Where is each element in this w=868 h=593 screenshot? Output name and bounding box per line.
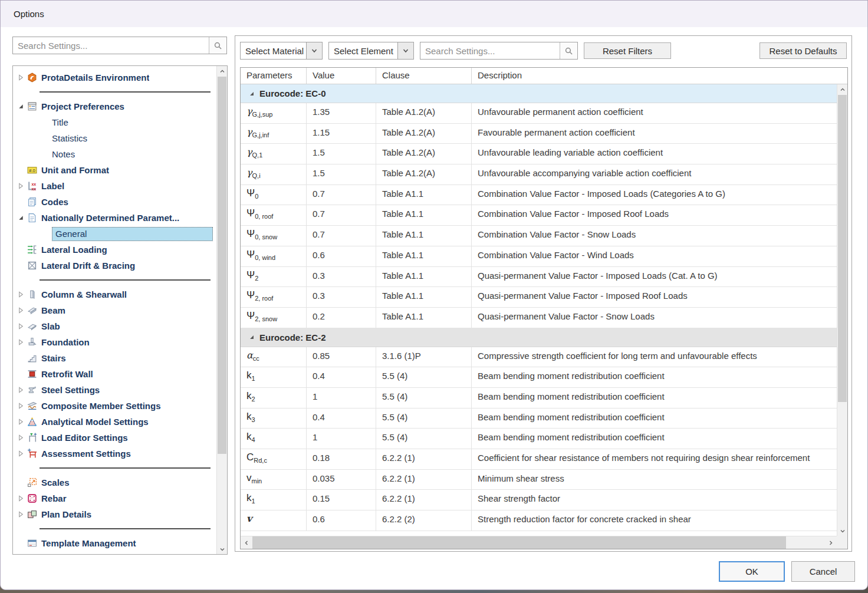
chevron-down-icon[interactable] bbox=[306, 42, 322, 59]
expand-arrow-icon[interactable] bbox=[18, 323, 27, 330]
parameter-row-0[interactable]: Ψ00.7Table A1.1Combination Value Factor … bbox=[241, 185, 837, 206]
parameter-value-cell[interactable]: 0.7 bbox=[307, 226, 376, 246]
parameter-value-cell[interactable]: 0.3 bbox=[307, 267, 376, 287]
scroll-up-icon[interactable] bbox=[217, 66, 227, 76]
grid-vscroll-thumb[interactable] bbox=[838, 95, 847, 402]
scroll-up-icon[interactable] bbox=[837, 84, 847, 94]
parameter-value-cell[interactable]: 0.4 bbox=[307, 367, 376, 387]
expand-arrow-icon[interactable] bbox=[18, 495, 27, 502]
sidebar-item-project-preferences[interactable]: Project Preferences bbox=[13, 98, 216, 114]
sidebar-item-foundation[interactable]: Foundation bbox=[13, 334, 216, 350]
sidebar-item-general[interactable]: General bbox=[13, 226, 216, 242]
tree-scroll-thumb[interactable] bbox=[218, 77, 226, 454]
parameter-row-v-min[interactable]: vmin0.0356.2.2 (1)Minimum shear stress bbox=[241, 470, 837, 490]
sidebar-item-analytical-model-settings[interactable]: Analytical Model Settings bbox=[13, 414, 216, 430]
column-header-description[interactable]: Description bbox=[472, 68, 847, 84]
parameter-value-cell[interactable]: 1.5 bbox=[307, 164, 376, 185]
expand-arrow-icon[interactable] bbox=[18, 74, 27, 81]
table-search-input[interactable] bbox=[420, 42, 560, 59]
material-filter-dropdown[interactable]: Select Material bbox=[240, 42, 323, 60]
sidebar-item-protadetails-environment[interactable]: ProtaDetails Environment bbox=[13, 70, 216, 85]
parameter-value-cell[interactable]: 1 bbox=[307, 429, 376, 449]
scroll-left-icon[interactable] bbox=[241, 536, 252, 549]
scroll-down-icon[interactable] bbox=[217, 544, 227, 554]
sidebar-item-nationally-determined-paramet[interactable]: Nationally Determined Paramet... bbox=[13, 210, 216, 226]
group-header-eurocode-ec-2[interactable]: Eurocode: EC-2 bbox=[241, 328, 837, 347]
group-header-eurocode-ec-0[interactable]: Eurocode: EC-0 bbox=[241, 84, 837, 103]
collapse-arrow-icon[interactable] bbox=[18, 103, 27, 110]
sidebar-item-lateral-loading[interactable]: Lateral Loading bbox=[13, 242, 216, 258]
parameter-value-cell[interactable]: 0.7 bbox=[307, 185, 376, 205]
sidebar-item-column-shearwall[interactable]: Column & Shearwall bbox=[13, 286, 216, 302]
expand-arrow-icon[interactable] bbox=[18, 307, 27, 314]
scroll-right-icon[interactable] bbox=[825, 536, 837, 549]
parameter-row-q-1[interactable]: γQ,11.5Table A1.2(A)Unfavourable leading… bbox=[241, 144, 837, 164]
expand-arrow-icon[interactable] bbox=[18, 450, 27, 457]
sidebar-item-template-management[interactable]: Template Management bbox=[13, 535, 216, 551]
expand-arrow-icon[interactable] bbox=[18, 339, 27, 346]
expand-arrow-icon[interactable] bbox=[18, 183, 27, 190]
sidebar-item-title[interactable]: Title bbox=[13, 114, 216, 130]
expand-arrow-icon[interactable] bbox=[18, 291, 27, 298]
parameter-value-cell[interactable]: 0.2 bbox=[307, 308, 376, 328]
grid-horizontal-scrollbar[interactable] bbox=[241, 536, 837, 549]
sidebar-item-retrofit-wall[interactable]: Retrofit Wall bbox=[13, 366, 216, 382]
parameter-value-cell[interactable]: 0.15 bbox=[307, 490, 376, 510]
sidebar-item-statistics[interactable]: Statistics bbox=[13, 130, 216, 146]
grid-vertical-scrollbar[interactable] bbox=[837, 84, 847, 536]
expand-arrow-icon[interactable] bbox=[18, 403, 27, 410]
reset-filters-button[interactable]: Reset Filters bbox=[584, 42, 671, 59]
column-header-value[interactable]: Value bbox=[307, 68, 376, 84]
sidebar-item-lateral-drift-bracing[interactable]: Lateral Drift & Bracing bbox=[13, 258, 216, 274]
parameter-value-cell[interactable]: 0.6 bbox=[307, 246, 376, 266]
parameter-row-2[interactable]: Ψ20.3Table A1.1Quasi-permanent Value Fac… bbox=[241, 267, 837, 288]
reset-to-defaults-button[interactable]: Reset to Defaults bbox=[760, 42, 847, 59]
parameter-row-0-snow[interactable]: Ψ0, snow0.7Table A1.1Combination Value F… bbox=[241, 226, 837, 246]
parameter-value-cell[interactable]: 1 bbox=[307, 388, 376, 408]
parameter-value-cell[interactable]: 1.35 bbox=[307, 103, 376, 123]
tree-scrollbar[interactable] bbox=[216, 66, 227, 554]
parameter-row-g-j-sup[interactable]: γG,j,sup1.35Table A1.2(A)Unfavourable pe… bbox=[241, 103, 837, 124]
parameter-row-k-2[interactable]: k215.5 (4)Beam bending moment redistribu… bbox=[241, 388, 837, 408]
sidebar-item-notes[interactable]: Notes bbox=[13, 146, 216, 162]
grid-hscroll-thumb[interactable] bbox=[252, 536, 786, 549]
sidebar-item-beam[interactable]: Beam bbox=[13, 302, 216, 318]
element-filter-dropdown[interactable]: Select Element bbox=[328, 42, 414, 60]
collapse-arrow-icon[interactable] bbox=[18, 215, 27, 222]
search-icon[interactable] bbox=[209, 37, 226, 54]
sidebar-item-composite-member-settings[interactable]: Composite Member Settings bbox=[13, 398, 216, 414]
parameter-value-cell[interactable]: 0.3 bbox=[307, 287, 376, 307]
parameter-value-cell[interactable]: 1.15 bbox=[307, 124, 376, 144]
parameter-value-cell[interactable]: 0.7 bbox=[307, 205, 376, 225]
collapse-arrow-icon[interactable] bbox=[249, 88, 259, 99]
scroll-down-icon[interactable] bbox=[837, 526, 847, 536]
sidebar-item-label[interactable]: xxxxLabel bbox=[13, 178, 216, 194]
parameter-row-0-wind[interactable]: Ψ0, wind0.6Table A1.1Combination Value F… bbox=[241, 246, 837, 267]
sidebar-item-assessment-settings[interactable]: Assessment Settings bbox=[13, 446, 216, 462]
expand-arrow-icon[interactable] bbox=[18, 511, 27, 518]
expand-arrow-icon[interactable] bbox=[18, 419, 27, 426]
sidebar-item-unit-and-format[interactable]: #.0Unit and Format bbox=[13, 162, 216, 178]
parameter-row-2-roof[interactable]: Ψ2, roof0.3Table A1.1Quasi-permanent Val… bbox=[241, 287, 837, 308]
ok-button[interactable]: OK bbox=[719, 561, 785, 582]
column-header-clause[interactable]: Clause bbox=[376, 68, 472, 84]
sidebar-item-steel-settings[interactable]: Steel Settings bbox=[13, 382, 216, 398]
parameter-row-k-1[interactable]: k10.45.5 (4)Beam bending moment redistri… bbox=[241, 367, 837, 388]
sidebar-item-stairs[interactable]: Stairs bbox=[13, 350, 216, 366]
parameter-value-cell[interactable]: 0.18 bbox=[307, 449, 376, 469]
parameter-row-g-j-inf[interactable]: γG,j,inf1.15Table A1.2(A)Favourable perm… bbox=[241, 124, 837, 144]
parameter-row-cc[interactable]: αcc0.853.1.6 (1)PCompressive strength co… bbox=[241, 347, 837, 368]
sidebar-item-plan-details[interactable]: Plan Details bbox=[13, 506, 216, 522]
parameter-row-k-3[interactable]: k30.45.5 (4)Beam bending moment redistri… bbox=[241, 408, 837, 429]
grid-hscroll-track[interactable] bbox=[786, 536, 825, 549]
sidebar-item-slab[interactable]: Slab bbox=[13, 318, 216, 334]
parameter-value-cell[interactable]: 0.6 bbox=[307, 510, 376, 531]
sidebar-item-scales[interactable]: Scales bbox=[13, 475, 216, 490]
expand-arrow-icon[interactable] bbox=[18, 434, 27, 442]
sidebar-search-input[interactable] bbox=[13, 37, 209, 54]
parameter-value-cell[interactable]: 0.85 bbox=[307, 347, 376, 367]
sidebar-item-rebar[interactable]: Rebar bbox=[13, 490, 216, 506]
parameter-row-q-i[interactable]: γQ,i1.5Table A1.2(A)Unfavourable accompa… bbox=[241, 164, 837, 185]
collapse-arrow-icon[interactable] bbox=[249, 332, 259, 342]
parameter-row-c-rd-c[interactable]: CRd,c0.186.2.2 (1)Coefficient for shear … bbox=[241, 449, 837, 470]
